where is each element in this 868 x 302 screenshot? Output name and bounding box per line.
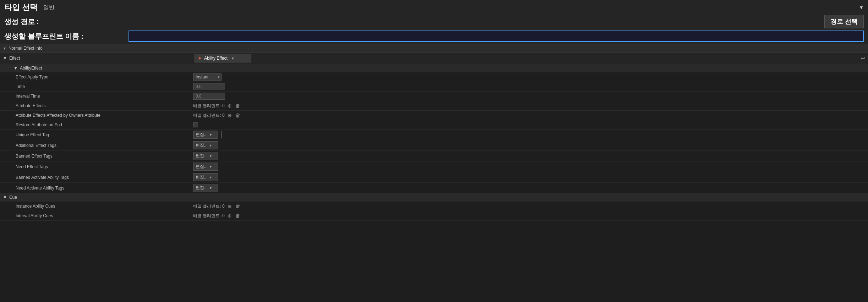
need-activate-ability-tags-btn-label: 편집... bbox=[196, 185, 208, 191]
ability-effect-section-label: AbilityEffect bbox=[20, 66, 42, 71]
path-select-button[interactable]: 경로 선택 bbox=[824, 15, 864, 28]
unique-effect-tag-divider bbox=[221, 131, 222, 138]
additional-effect-tags-dropdown[interactable]: 편집... ▼ bbox=[193, 141, 218, 149]
instance-ability-cues-label: Instance Ability Cues bbox=[16, 204, 193, 209]
type-select-label: 타입 선택 bbox=[4, 2, 38, 13]
cue-section-header[interactable]: ▼ Cue bbox=[0, 193, 868, 202]
path-label: 생성 경로 : bbox=[4, 17, 68, 27]
restore-attribute-checkbox[interactable] bbox=[193, 122, 198, 127]
interval-time-label: Interval Time bbox=[16, 94, 193, 99]
need-activate-ability-tags-arrow: ▼ bbox=[209, 186, 212, 190]
attribute-effects-row: Attribute Effects 배열 엘리먼트: 0 ⊕ 🗑 bbox=[0, 101, 868, 111]
attribute-effects-affected-add-button[interactable]: ⊕ bbox=[227, 112, 233, 119]
unique-effect-tag-row: Unique Effect Tag 편집... ▼ bbox=[0, 130, 868, 140]
effect-apply-type-row: Effect Apply Type Instant Duration Infin… bbox=[0, 72, 868, 82]
effect-label: Effect bbox=[9, 56, 20, 61]
unique-effect-tag-arrow: ▼ bbox=[209, 133, 212, 137]
restore-attribute-label: Restore Attribute on End bbox=[16, 122, 193, 127]
banned-activate-ability-tags-btn-label: 편집... bbox=[196, 174, 208, 180]
ability-effect-label: Ability Effect bbox=[204, 56, 228, 61]
instance-ability-cues-value: 배열 엘리먼트: 0 bbox=[193, 203, 225, 209]
instance-ability-cues-row: Instance Ability Cues 배열 엘리먼트: 0 ⊕ 🗑 bbox=[0, 202, 868, 211]
banned-effect-tags-dropdown[interactable]: 편집... ▼ bbox=[193, 152, 218, 160]
banned-effect-tags-btn-label: 편집... bbox=[196, 153, 208, 159]
need-activate-ability-tags-row: Need Activate Ability Tags 편집... ▼ bbox=[0, 183, 868, 193]
ability-effect-section-header[interactable]: ▼ AbilityEffect bbox=[0, 64, 868, 72]
additional-effect-tags-label: Additional Effect Tags bbox=[16, 143, 193, 148]
restore-attribute-row: Restore Attribute on End bbox=[0, 120, 868, 130]
banned-activate-ability-tags-row: Banned Activate Ability Tags 편집... ▼ bbox=[0, 172, 868, 183]
attribute-effects-affected-delete-button[interactable]: 🗑 bbox=[235, 112, 241, 119]
attribute-effects-affected-value: 배열 엘리먼트: 0 bbox=[193, 112, 225, 119]
blueprint-name-input[interactable] bbox=[129, 31, 864, 42]
normal-effect-info-arrow: ▼ bbox=[3, 46, 6, 50]
time-input[interactable] bbox=[193, 83, 225, 90]
type-select-dropdown-arrow[interactable]: ▼ bbox=[859, 5, 864, 10]
cue-section-arrow: ▼ bbox=[3, 195, 7, 200]
unique-effect-tag-dropdown[interactable]: 편집... ▼ bbox=[193, 131, 218, 139]
interval-ability-cues-label: Interval Ability Cues bbox=[16, 213, 193, 218]
unique-effect-tag-label: Unique Effect Tag bbox=[16, 132, 193, 137]
banned-effect-tags-row: Banned Effect Tags 편집... ▼ bbox=[0, 151, 868, 161]
ability-effect-dropdown[interactable]: ✦ Ability Effect ▼ bbox=[195, 54, 251, 62]
interval-ability-cues-add-button[interactable]: ⊕ bbox=[227, 212, 233, 219]
attribute-effects-affected-row: Attribute Effects Affected by Owners Att… bbox=[0, 111, 868, 120]
interval-time-input[interactable] bbox=[193, 93, 225, 100]
need-effect-tags-btn-label: 편집... bbox=[196, 164, 208, 170]
instance-ability-cues-delete-button[interactable]: 🗑 bbox=[235, 203, 241, 210]
banned-effect-tags-label: Banned Effect Tags bbox=[16, 154, 193, 159]
need-effect-tags-arrow: ▼ bbox=[209, 165, 212, 169]
unique-effect-tag-btn-label: 편집... bbox=[196, 132, 208, 138]
need-effect-tags-dropdown[interactable]: 편집... ▼ bbox=[193, 163, 218, 171]
attribute-effects-label: Attribute Effects bbox=[16, 103, 193, 108]
effect-row: ▼ Effect ✦ Ability Effect ▼ ↩ bbox=[0, 53, 868, 64]
effect-apply-type-label: Effect Apply Type bbox=[16, 75, 193, 79]
banned-activate-ability-tags-label: Banned Activate Ability Tags bbox=[16, 175, 193, 180]
interval-ability-cues-row: Interval Ability Cues 배열 엘리먼트: 0 ⊕ 🗑 bbox=[0, 211, 868, 221]
time-label: Time bbox=[16, 84, 193, 89]
ability-effect-chevron: ▼ bbox=[231, 56, 235, 60]
normal-effect-info-header[interactable]: ▼ Normal Effect Info bbox=[0, 44, 868, 53]
need-effect-tags-label: Need Effect Tags bbox=[16, 164, 193, 169]
interval-ability-cues-value: 배열 엘리먼트: 0 bbox=[193, 213, 225, 219]
attribute-effects-delete-button[interactable]: 🗑 bbox=[235, 102, 241, 109]
ability-effect-arrow: ▼ bbox=[13, 66, 18, 71]
reset-icon[interactable]: ↩ bbox=[861, 55, 865, 61]
need-effect-tags-row: Need Effect Tags 편집... ▼ bbox=[0, 161, 868, 172]
blueprint-label: 생성할 블루프린트 이름 : bbox=[4, 32, 129, 41]
additional-effect-tags-btn-label: 편집... bbox=[196, 142, 208, 148]
instance-ability-cues-add-button[interactable]: ⊕ bbox=[227, 203, 233, 210]
type-select-value: 일반 bbox=[43, 4, 55, 11]
banned-activate-ability-tags-arrow: ▼ bbox=[209, 176, 212, 179]
effect-row-arrow: ▼ bbox=[3, 56, 7, 61]
banned-activate-ability-tags-dropdown[interactable]: 편집... ▼ bbox=[193, 173, 218, 181]
time-row: Time bbox=[0, 82, 868, 92]
attribute-effects-add-button[interactable]: ⊕ bbox=[227, 102, 233, 109]
cue-section-label: Cue bbox=[9, 195, 17, 200]
attribute-effects-affected-label: Attribute Effects Affected by Owners Att… bbox=[16, 113, 193, 118]
effect-apply-type-select[interactable]: Instant Duration Infinite bbox=[193, 73, 222, 81]
normal-effect-info-title: Normal Effect Info bbox=[9, 46, 43, 51]
attribute-effects-value: 배열 엘리먼트: 0 bbox=[193, 103, 225, 109]
interval-time-row: Interval Time bbox=[0, 92, 868, 101]
additional-effect-tags-arrow: ▼ bbox=[209, 144, 212, 147]
ability-effect-icon: ✦ bbox=[198, 55, 202, 61]
need-activate-ability-tags-dropdown[interactable]: 편집... ▼ bbox=[193, 184, 218, 192]
need-activate-ability-tags-label: Need Activate Ability Tags bbox=[16, 186, 193, 191]
banned-effect-tags-arrow: ▼ bbox=[209, 154, 212, 158]
additional-effect-tags-row: Additional Effect Tags 편집... ▼ bbox=[0, 140, 868, 151]
interval-ability-cues-delete-button[interactable]: 🗑 bbox=[235, 212, 241, 219]
